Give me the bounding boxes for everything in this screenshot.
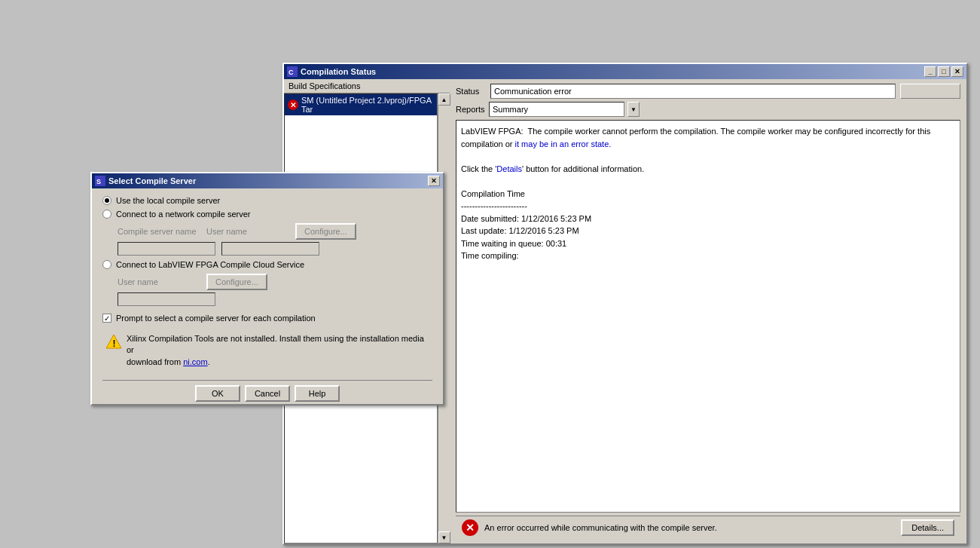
server-name-input[interactable]: [118, 242, 215, 256]
warning-icon: !: [105, 333, 122, 350]
status-row: Status: [456, 84, 960, 99]
warning-row: ! Xilinx Compilation Tools are not insta…: [102, 330, 432, 371]
log-line-4: ------------------------: [461, 200, 955, 213]
bottom-bar: ✕ An error occurred while communicating …: [456, 516, 960, 539]
scroll-down-button[interactable]: ▼: [438, 531, 450, 543]
log-line-1: LabVIEW FPGA: The compile worker cannot …: [461, 125, 955, 150]
compilation-window-title: Compilation Status: [301, 67, 376, 76]
radio-network[interactable]: Connect to a network compile server: [102, 210, 432, 219]
log-line-2: Click the 'Details' button for additiona…: [461, 163, 955, 176]
right-panel: Status Reports Summary ▼ LabVIEW FPGA: T…: [450, 79, 966, 543]
compile-server-title: Select Compile Server: [108, 176, 196, 185]
log-area[interactable]: LabVIEW FPGA: The compile worker cannot …: [456, 120, 960, 513]
radio-network-circle: [102, 210, 111, 219]
dialog-close-button[interactable]: ✕: [428, 176, 440, 186]
radio-cloud-circle: [102, 260, 111, 269]
warning-text: Xilinx Compilation Tools are not install…: [127, 333, 429, 368]
scroll-up-button[interactable]: ▲: [438, 93, 450, 106]
reports-select[interactable]: Summary: [489, 102, 624, 117]
build-specs-header: Build Specifications: [284, 79, 450, 93]
prompt-checkbox-label: Prompt to select a compile server for ea…: [116, 314, 316, 323]
radio-local-circle: [102, 196, 111, 205]
network-configure-button[interactable]: Configure...: [295, 223, 356, 240]
ok-button[interactable]: OK: [195, 385, 240, 402]
status-action-button[interactable]: [900, 84, 960, 99]
reports-row: Reports Summary ▼: [456, 102, 960, 117]
close-button[interactable]: ✕: [951, 66, 963, 77]
cloud-user-name-input-row: [118, 292, 432, 306]
compilation-title-bar: C Compilation Status _ □ ✕: [284, 64, 966, 79]
log-line-3: Compilation Time: [461, 188, 955, 201]
prompt-checkbox-row[interactable]: ✓ Prompt to select a compile server for …: [102, 314, 432, 323]
radio-cloud-label: Connect to LabVIEW FPGA Compile Cloud Se…: [116, 260, 304, 269]
minimize-button[interactable]: _: [924, 66, 936, 77]
log-line-8: Time compiling:: [461, 250, 955, 262]
compile-server-title-bar: S Select Compile Server ✕: [92, 173, 443, 188]
error-icon: ✕: [288, 99, 298, 110]
details-button[interactable]: Details...: [901, 519, 954, 536]
dialog-title-icon: S: [95, 176, 105, 186]
log-line-5: Date submitted: 1/12/2016 5:23 PM: [461, 213, 955, 225]
server-name-row: Compile server name User name Configure.…: [118, 223, 432, 240]
prompt-checkbox[interactable]: ✓: [102, 314, 111, 323]
reports-dropdown-arrow[interactable]: ▼: [627, 102, 640, 117]
reports-selected-value: Summary: [493, 105, 528, 114]
svg-text:S: S: [96, 178, 101, 185]
help-button[interactable]: Help: [295, 385, 340, 402]
status-input[interactable]: [490, 84, 896, 99]
cloud-user-name-label: User name: [118, 277, 200, 286]
dialog-buttons: OK Cancel Help: [102, 380, 432, 402]
dialog-content: Use the local compile server Connect to …: [92, 188, 443, 409]
radio-local[interactable]: Use the local compile server: [102, 196, 432, 205]
compile-server-dialog: S Select Compile Server ✕ Use the local …: [90, 172, 444, 406]
server-name-input-row: [118, 242, 432, 256]
server-name-label: Compile server name: [118, 227, 200, 236]
bottom-error-icon: ✕: [462, 519, 478, 536]
cancel-button[interactable]: Cancel: [245, 385, 290, 402]
user-name-input-network[interactable]: [221, 242, 319, 256]
cloud-sub-fields: User name Configure...: [118, 274, 432, 306]
cloud-user-name-row: User name Configure...: [118, 274, 432, 290]
maximize-button[interactable]: □: [938, 66, 950, 77]
cloud-configure-button[interactable]: Configure...: [206, 274, 267, 290]
network-sub-fields: Compile server name User name Configure.…: [118, 223, 432, 256]
log-line-7: Time waiting in queue: 00:31: [461, 237, 955, 250]
reports-label: Reports: [456, 105, 486, 114]
status-label: Status: [456, 87, 486, 96]
log-line-6: Last update: 1/12/2016 5:23 PM: [461, 225, 955, 237]
user-name-label-network: User name: [206, 227, 289, 236]
warning-link[interactable]: ni.com: [183, 357, 207, 366]
compilation-title-icon: C: [287, 66, 298, 77]
svg-text:!: !: [113, 338, 116, 349]
svg-text:C: C: [289, 69, 294, 76]
list-item[interactable]: ✕ SM (Untitled Project 2.lvproj)/FPGA Ta…: [285, 94, 437, 115]
build-specs-label: Build Specifications: [289, 81, 360, 90]
radio-cloud[interactable]: Connect to LabVIEW FPGA Compile Cloud Se…: [102, 260, 432, 269]
radio-local-label: Use the local compile server: [116, 196, 220, 205]
list-item-label: SM (Untitled Project 2.lvproj)/FPGA Tar: [301, 96, 434, 114]
radio-network-label: Connect to a network compile server: [116, 210, 251, 219]
bottom-error-message: An error occurred while communicating wi…: [484, 523, 895, 532]
cloud-user-name-input[interactable]: [118, 292, 215, 306]
